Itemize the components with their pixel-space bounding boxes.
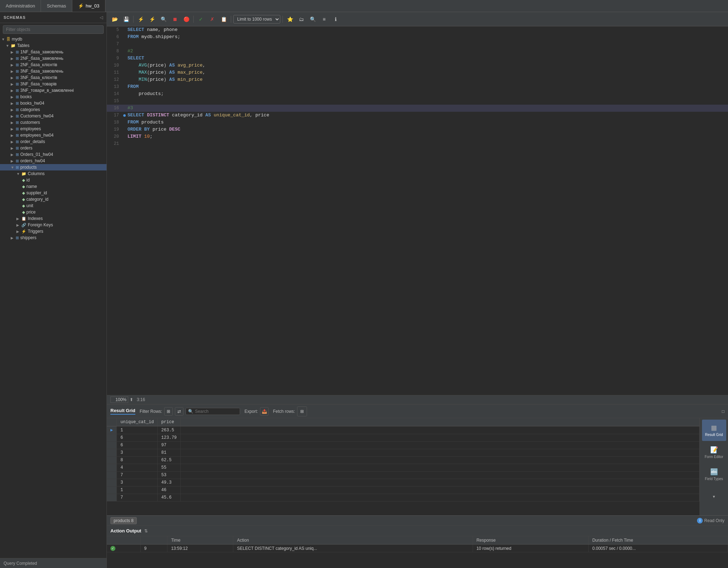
limit-select[interactable]: Limit to 1000 rows — [233, 15, 280, 23]
table-3nf-tov[interactable]: ▶ ⊞ 3NF_база_товарів — [0, 81, 106, 87]
table-orders[interactable]: ▶ ⊞ orders — [0, 145, 106, 151]
products-tab-btn[interactable]: products 8 — [110, 517, 137, 524]
code-editor[interactable]: 5 SELECT name, phone 6 FROM mydb.shipper… — [107, 26, 728, 395]
expand-panel-btn[interactable]: ▼ — [702, 486, 726, 507]
col-id[interactable]: ◆ id — [0, 177, 106, 183]
cell-price: 49.3 — [157, 479, 180, 487]
table-categories[interactable]: ▶ ⊞ categories — [0, 106, 106, 113]
sidebar: SCHEMAS ◁ ▼ 🗄 mydb ▼ 📁 Tables ▶ ⊞ 1NF_ба… — [0, 12, 107, 568]
export-icon[interactable]: 📤 — [260, 407, 269, 416]
action-time-cell: 13:59:12 — [167, 545, 233, 552]
triggers-icon: ⚡ — [21, 229, 26, 234]
toolbar-sep-3 — [231, 16, 231, 23]
table-books[interactable]: ▶ ⊞ books — [0, 94, 106, 100]
open-file-btn[interactable]: 📂 — [110, 14, 120, 24]
table-icon-books: ⊞ — [16, 95, 19, 99]
code-line-12: 12 MIN(price) AS min_price — [107, 76, 728, 83]
data-table-wrapper[interactable]: unique_cat_id price ▶1263.56123.79697381… — [107, 418, 700, 515]
table-cuctomers[interactable]: ▶ ⊞ Cuctomers_hw04 — [0, 113, 106, 119]
explain-btn[interactable]: 🔍 — [158, 14, 168, 24]
table-row: 455 — [107, 464, 700, 472]
fetch-rows-btn[interactable]: ⊞ — [297, 406, 307, 416]
layers-btn[interactable]: 🗂 — [296, 14, 306, 24]
info-btn[interactable]: ℹ — [331, 14, 340, 24]
tree-item-triggers[interactable]: ▶ ⚡ Triggers — [0, 228, 106, 235]
db-icon: 🗄 — [6, 37, 10, 41]
data-table: unique_cat_id price ▶1263.56123.79697381… — [107, 418, 700, 501]
cell-price: 263.5 — [157, 426, 180, 434]
result-grid-panel-btn[interactable]: ▦ Result Grid — [702, 420, 726, 441]
tree-item-foreign-keys[interactable]: ▶ 🔗 Foreign Keys — [0, 222, 106, 228]
table-shippers[interactable]: ▶ ⊞ shippers — [0, 235, 106, 241]
field-types-panel-btn[interactable]: 🔤 Field Types — [702, 464, 726, 485]
main-layout: SCHEMAS ◁ ▼ 🗄 mydb ▼ 📁 Tables ▶ ⊞ 1NF_ба… — [0, 12, 728, 568]
commit-btn[interactable]: ✓ — [196, 14, 206, 24]
th-empty — [181, 418, 700, 426]
tree-item-mydb[interactable]: ▼ 🗄 mydb — [0, 36, 106, 42]
table-3nf-kl[interactable]: ▶ ⊞ 3NF_база_клієнтів — [0, 74, 106, 81]
col-category-id[interactable]: ◆ category_id — [0, 196, 106, 203]
table-orders-01-hw04[interactable]: ▶ ⊞ Orders_01_hw04 — [0, 151, 106, 158]
code-line-21: 21 — [107, 140, 728, 147]
tree-item-columns[interactable]: ▼ 📁 Columns — [0, 170, 106, 177]
sidebar-collapse-icon[interactable]: ◁ — [100, 15, 103, 20]
table-2nf-zam[interactable]: ▶ ⊞ 2NF_база_замовлень — [0, 55, 106, 62]
history-btn[interactable]: 📋 — [219, 14, 229, 24]
editor-status: ⬆ 3:16 — [107, 395, 728, 404]
row-indicator-cell — [107, 442, 117, 449]
code-line-7: 7 — [107, 41, 728, 48]
stop-btn[interactable]: ⏹ — [170, 14, 180, 24]
tree-item-tables[interactable]: ▼ 📁 Tables — [0, 42, 106, 49]
result-grid-tab[interactable]: Result Grid — [110, 408, 135, 415]
action-sort-icon[interactable]: ⇅ — [144, 528, 148, 533]
filter-swap-icon[interactable]: ⇄ — [175, 407, 183, 416]
table-books-hw04[interactable]: ▶ ⊞ books_hw04 — [0, 100, 106, 106]
filter-rows-icon[interactable]: ⊞ — [164, 407, 173, 416]
table-3nf-zam[interactable]: ▶ ⊞ 3NF_база_замовлень — [0, 68, 106, 74]
tab-administration[interactable]: Administration — [0, 0, 41, 12]
tab-schemas[interactable]: Schemas — [41, 0, 72, 12]
col-unit[interactable]: ◆ unit — [0, 203, 106, 209]
export-label: Export: — [244, 409, 258, 414]
tab-hw03[interactable]: ⚡ hw_03 — [72, 0, 105, 12]
col-supplier-id[interactable]: ◆ supplier_id — [0, 190, 106, 196]
row-indicator-cell — [107, 494, 117, 501]
refresh-btn[interactable]: 🔴 — [181, 14, 191, 24]
filter-objects-input[interactable] — [3, 25, 104, 34]
columns-label: Columns — [28, 171, 45, 176]
form-editor-panel-btn[interactable]: 📝 Form Editor — [702, 442, 726, 463]
table-customers[interactable]: ▶ ⊞ customers — [0, 119, 106, 126]
rollback-btn[interactable]: ✗ — [207, 14, 217, 24]
action-table-wrapper[interactable]: Time Action Response Duration / Fetch Ti… — [107, 536, 728, 568]
table-employees[interactable]: ▶ ⊞ employees — [0, 126, 106, 132]
code-line-14: 14 products; — [107, 90, 728, 98]
bookmark-btn[interactable]: ⭐ — [285, 14, 295, 24]
tree-item-indexes[interactable]: ▶ 📋 Indexes — [0, 215, 106, 222]
table-2nf-kl[interactable]: ▶ ⊞ 2NF_база_клієнтів — [0, 62, 106, 68]
table-order-details[interactable]: ▶ ⊞ order_details — [0, 138, 106, 145]
table-row: 349.3 — [107, 479, 700, 487]
execute-selection-btn[interactable]: ⚡ — [147, 14, 157, 24]
table-row: 753 — [107, 472, 700, 479]
table-1nf[interactable]: ▶ ⊞ 1NF_база_замовлень — [0, 49, 106, 55]
col-price[interactable]: ◆ price — [0, 209, 106, 215]
table-orders-hw04[interactable]: ▶ ⊞ orders_hw04 — [0, 158, 106, 164]
save-file-btn[interactable]: 💾 — [121, 14, 131, 24]
th-price[interactable]: price — [157, 418, 180, 426]
col-name[interactable]: ◆ name — [0, 183, 106, 190]
zoom-input[interactable] — [110, 396, 128, 403]
table-3nf-tov-zam[interactable]: ▶ ⊞ 3NF_товари_в_замовленні — [0, 87, 106, 94]
execute-btn[interactable]: ⚡ — [136, 14, 146, 24]
search-btn[interactable]: 🔍 — [308, 14, 318, 24]
table-employees-hw04[interactable]: ▶ ⊞ employees_hw04 — [0, 132, 106, 138]
table-products[interactable]: ▼ ⊞ products — [0, 164, 106, 170]
zoom-arrows[interactable]: ⬆ — [130, 397, 133, 402]
code-line-13: 13 FROM — [107, 83, 728, 90]
collapse-result-btn[interactable]: □ — [722, 409, 724, 414]
th-unique-cat-id[interactable]: unique_cat_id — [117, 418, 158, 426]
cursor-position: 3:16 — [137, 397, 145, 402]
beautify-btn[interactable]: ≡ — [319, 14, 329, 24]
code-line-17: 17 SELECT DISTINCT category_id AS unique… — [107, 112, 728, 119]
cell-empty — [181, 487, 700, 494]
search-input[interactable] — [195, 409, 238, 414]
